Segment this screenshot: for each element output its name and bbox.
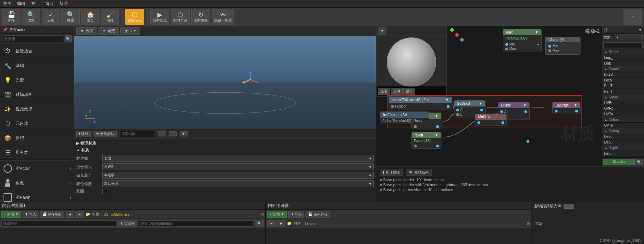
cb1-new-btn[interactable]: + 新增 ▼	[1, 211, 21, 218]
rnp-debu-2[interactable]: Debu	[602, 140, 644, 145]
add-script-btn[interactable]: 添加脚本	[603, 159, 635, 165]
actor-item-camera[interactable]: 角色 ℹ	[0, 176, 74, 190]
menu-window[interactable]: 窗口	[45, 1, 54, 7]
details-grid-btn[interactable]: ⊞	[169, 131, 177, 136]
material-domain-select[interactable]: 表面 ▼	[102, 155, 374, 162]
rnp-uvto-1[interactable]: UVTo	[602, 111, 644, 117]
details-eye-btn[interactable]: 👁	[180, 131, 188, 136]
falloff-node[interactable]: falloff ▼ Param(15)	[411, 132, 441, 149]
toolbar-browse-btn[interactable]: 🔍 浏览	[22, 9, 40, 25]
category-visual[interactable]: ✨ 视觉效果	[0, 102, 74, 116]
cb1-path-input[interactable]	[1, 220, 116, 227]
rnp-search-row	[602, 41, 644, 49]
viewport-mode-btn[interactable]: ▼ 透视	[76, 27, 97, 35]
rnp-lerp-2[interactable]: Lerp_	[602, 61, 644, 66]
cb2-back-btn[interactable]: ◄	[267, 220, 276, 227]
category-all[interactable]: ☰ 所有类	[0, 145, 74, 160]
texture-blend-select[interactable]: 半透明 ▼	[102, 172, 374, 179]
viewport-lighting-btn[interactable]: ☀ 光照	[98, 27, 119, 35]
actor-item-empty[interactable]: 空Actor ℹ	[0, 161, 74, 176]
blend-mode-select[interactable]: 不透明 ▼	[102, 163, 374, 170]
menu-edit[interactable]: 编辑	[17, 1, 25, 7]
hide-icon: 👁	[220, 12, 226, 18]
actor-search-input[interactable]	[2, 35, 63, 42]
mini-vp-mode-btn[interactable]: 透视	[378, 88, 390, 95]
toolbar-hide-btn[interactable]: 👁 隐藏不相关	[212, 9, 234, 25]
distance-node[interactable]: stanceToNearestSurface ▼ Position	[389, 97, 452, 110]
temporal-node[interactable]: herTemporalAA Alpha Threshold(S) Result	[380, 111, 429, 124]
details-more-btn[interactable]: ⋯	[158, 131, 166, 136]
category-geometry[interactable]: ⬡ 几何体	[0, 116, 74, 131]
rnp-search-input[interactable]	[603, 42, 643, 48]
rnp-loca[interactable]: Loca	[602, 78, 644, 83]
actor-search-btn[interactable]: 🔍	[65, 35, 72, 42]
rnp-blur[interactable]: BlurS	[602, 72, 644, 78]
category-volume[interactable]: 📦 体积	[0, 131, 74, 145]
toolbar-realtime-node-btn[interactable]: ⬡ 实时节点	[171, 9, 190, 25]
max-node[interactable]: Max ▼ Param(2.037) Min ●	[503, 29, 542, 52]
menu-assets[interactable]: 资产	[31, 1, 40, 7]
toolbar-clean-btn[interactable]: 🧹 清理	[101, 9, 119, 25]
rnp-debu-1[interactable]: Debu	[602, 134, 644, 140]
cb1-back-btn[interactable]: ◄	[66, 211, 74, 218]
toolbar-realtime-preview-btn[interactable]: ▶ 实时预览	[150, 9, 169, 25]
cb2-fwd-btn[interactable]: ►	[277, 220, 285, 227]
render-row: 渲染	[534, 221, 641, 226]
toolbar-apply-btn[interactable]: ✓ 应用	[42, 9, 60, 25]
actor-search-row: 🔍	[0, 34, 74, 44]
details-search[interactable]	[120, 131, 155, 137]
falloff-param: Param(15)	[412, 138, 441, 144]
toolbar-save-btn[interactable]: 💾 保存	[2, 9, 20, 25]
category-cinematic[interactable]: 🎬 过场动画	[0, 87, 74, 102]
cb1-fwd-btn[interactable]: ►	[76, 211, 84, 218]
rnp-lerp-1[interactable]: Lerp_	[602, 55, 644, 61]
category-light[interactable]: 💡 光源	[0, 73, 74, 87]
toolbar-connect-btn[interactable]: ⬡ 连接节点	[125, 9, 144, 25]
viewport-show-btn[interactable]: 显示	[120, 27, 140, 35]
shading-model-select[interactable]: 默认光照 ▼	[102, 180, 374, 187]
node-graph[interactable]: ▼ 透视 光照 显示 缩放-2	[376, 26, 602, 166]
params-btn[interactable]: ⚙ 参数默认	[94, 131, 117, 137]
cb1-filter-btn[interactable]: ▼ 过滤器	[118, 220, 138, 227]
viewport-canvas[interactable]: X Y Z	[74, 36, 376, 129]
cb1-save-btn[interactable]: 💾 保存所有	[40, 211, 64, 218]
saturate-node[interactable]: Saturate ▼	[552, 102, 580, 114]
pin-icon: 📌	[3, 28, 8, 32]
rnp-category-select[interactable]: ▼	[615, 35, 643, 40]
rnp-category-row: 类别： ▼	[602, 34, 644, 41]
clamp-node[interactable]: Clamp (Min= Min Max	[545, 37, 580, 55]
cb2-import-btn[interactable]: ⬇ 导入	[288, 211, 304, 218]
rnp-section-cuberr: ▲ Cuberr	[602, 117, 644, 123]
toolbar-more-btn[interactable]: »	[624, 9, 642, 25]
multiply-node[interactable]: Multiply	[475, 114, 507, 126]
menu-file[interactable]: 文件	[3, 1, 11, 7]
mini-vp-light-btn[interactable]: 光照	[391, 88, 403, 95]
cb2-save-btn[interactable]: 💾 保存所有	[306, 211, 330, 218]
toolbar-realtime-update-btn[interactable]: ↻ 实时更新	[191, 9, 210, 25]
two-sided-checkbox[interactable]	[102, 189, 107, 194]
actor-item-pawn[interactable]: 空Pawn ℹ	[0, 190, 74, 202]
find-results-btn[interactable]: 🔍 查找结果	[406, 169, 432, 176]
cb1-search-input[interactable]	[139, 220, 253, 227]
toolbar-home-btn[interactable]: 🏠 主页	[81, 9, 100, 25]
influence-toggle[interactable]	[564, 204, 574, 209]
menu-help[interactable]: 帮助	[59, 1, 68, 7]
cb1-search-btn[interactable]: 🔍	[255, 220, 264, 227]
rnp-search-icon-btn[interactable]: 🔍	[636, 159, 643, 165]
rnp-uvto-2[interactable]: UVTo	[602, 123, 644, 128]
cb1-import-btn[interactable]: ⬇ 导入	[23, 211, 38, 218]
category-recent[interactable]: ⏱ 最近放置	[0, 44, 74, 59]
rnp-uvro[interactable]: UVRo	[602, 106, 644, 111]
rnp-pant-1[interactable]: PanT	[602, 83, 644, 89]
toolbar-search-btn[interactable]: 🔍 搜索	[61, 9, 80, 25]
stats-title-btn[interactable]: ℹ 统计数据	[380, 169, 403, 176]
cb2-content	[266, 228, 531, 244]
rnp-uvbr[interactable]: UVBr	[602, 100, 644, 106]
mini-vp-show-btn[interactable]: 显示	[403, 88, 415, 95]
details-btn[interactable]: ℹ 细节	[76, 131, 91, 137]
mini-vp-btn-1[interactable]: ▼	[378, 28, 386, 35]
rnp-dept[interactable]: Dept	[602, 151, 644, 157]
rnp-pant-2[interactable]: PanT	[602, 89, 644, 94]
cb2-new-btn[interactable]: + 新增 ▼	[267, 211, 287, 218]
category-basic[interactable]: 🔧 基础	[0, 59, 74, 73]
